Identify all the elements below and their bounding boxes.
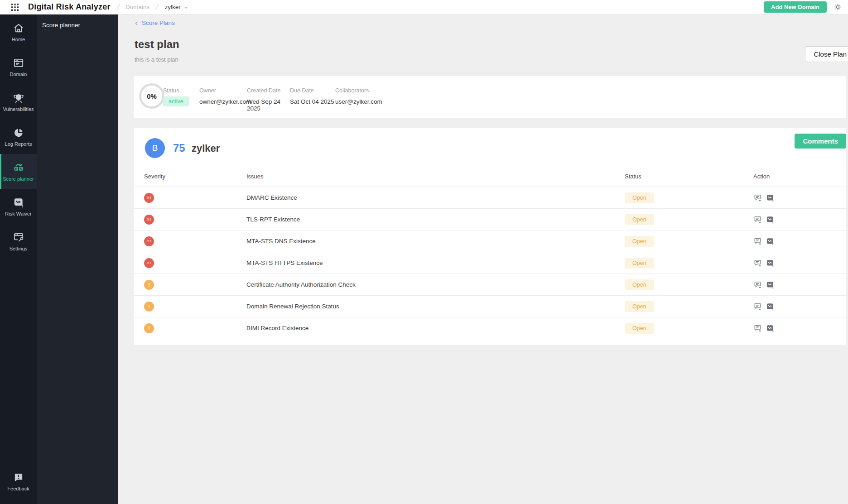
back-to-score-plans-link[interactable]: Score Plans: [134, 19, 175, 26]
table-row[interactable]: ! BIMI Record Existence Open: [134, 317, 846, 339]
sidebar-item-domain[interactable]: Domain: [0, 49, 37, 84]
gear-icon[interactable]: [833, 2, 843, 12]
progress-ring: 0%: [139, 83, 164, 109]
sidebar-item-label: Log Reports: [5, 142, 32, 147]
plan-title: test plan: [135, 38, 179, 51]
domain-issues-card: B 75 zylker Comments Severity Issues Sta…: [134, 128, 846, 345]
status-badge: Open: [625, 279, 654, 290]
col-header-action: Action: [753, 173, 846, 187]
sidebar-item-settings[interactable]: Settings: [0, 224, 37, 259]
risk-waiver-action-icon[interactable]: [766, 324, 775, 333]
field-status: Status active: [163, 87, 199, 112]
risk-waiver-action-icon[interactable]: [766, 259, 775, 268]
sidebar-item-label: Feedback: [7, 486, 29, 491]
issue-name: TLS-RPT Existence: [246, 216, 625, 223]
severity-icon: !: [144, 323, 154, 333]
status-badge: Open: [625, 192, 654, 203]
domain-name: zylker: [192, 143, 220, 154]
secondary-sidebar-title[interactable]: Score planner: [42, 22, 80, 29]
sidebar-item-label: Settings: [10, 246, 28, 251]
sidebar-item-vulnerabilities[interactable]: Vulnerabilities: [0, 84, 37, 119]
sidebar-item-label: Vulnerabilities: [3, 107, 34, 112]
severity-icon: !: [144, 280, 154, 290]
comments-button[interactable]: Comments: [795, 134, 846, 149]
sidebar-item-home[interactable]: Home: [0, 14, 37, 49]
risk-waiver-action-icon[interactable]: [766, 280, 775, 289]
main-sidebar: Home Domain Vulnerabilities: [0, 14, 37, 504]
issue-name: MTA-STS DNS Existence: [246, 238, 625, 245]
settings-icon: [13, 231, 24, 243]
main-content: Score Plans test plan this is a test pla…: [118, 14, 848, 504]
sidebar-item-risk-waiver[interactable]: Risk Waiver: [0, 189, 37, 224]
chevron-down-icon: [183, 5, 188, 10]
secondary-sidebar: Score planner: [37, 14, 118, 504]
sidebar-item-score-planner[interactable]: D A Score planner: [0, 154, 37, 189]
issues-table-header: Severity Issues Status Action: [134, 173, 846, 187]
score-planner-icon: D A: [13, 162, 24, 173]
risk-waiver-icon: [13, 197, 24, 208]
add-comment-icon[interactable]: [753, 324, 762, 333]
add-comment-icon[interactable]: [753, 259, 762, 268]
sidebar-item-log-reports[interactable]: Log Reports: [0, 119, 37, 154]
field-collaborators: Collaborators user@zylker.com: [335, 87, 382, 112]
add-comment-icon[interactable]: [753, 302, 762, 311]
svg-text:D: D: [15, 167, 17, 170]
home-icon: [13, 22, 24, 34]
table-row[interactable]: !!! MTA-STS HTTPS Existence Open: [134, 252, 846, 274]
table-row[interactable]: !!! DMARC Existence Open: [134, 187, 846, 209]
breadcrumb-domains[interactable]: Domains: [125, 4, 149, 10]
close-plan-button[interactable]: Close Plan: [805, 46, 848, 62]
risk-waiver-action-icon[interactable]: [766, 237, 775, 246]
vulnerabilities-icon: [13, 92, 24, 104]
back-link-label: Score Plans: [142, 19, 175, 26]
field-created-date: Created Date Wed Sep 24 2025: [247, 87, 290, 112]
breadcrumb-divider: /: [155, 2, 159, 12]
add-comment-icon[interactable]: [753, 280, 762, 289]
risk-waiver-action-icon[interactable]: [766, 302, 775, 311]
top-bar: Digital Risk Analyzer / Domains / zylker…: [0, 0, 848, 14]
status-active-badge: active: [163, 96, 189, 106]
progress-value: 0%: [147, 92, 157, 100]
domain-avatar: B: [145, 138, 165, 158]
plan-description: this is a test plan: [135, 56, 178, 63]
issue-name: DMARC Existence: [246, 194, 625, 201]
table-row[interactable]: !!! TLS-RPT Existence Open: [134, 209, 846, 230]
status-badge: Open: [625, 323, 654, 334]
col-header-status: Status: [625, 173, 753, 187]
domain-icon: [13, 57, 24, 69]
severity-icon: !!!: [144, 258, 154, 268]
table-row[interactable]: !!! MTA-STS DNS Existence Open: [134, 230, 846, 252]
add-new-domain-button[interactable]: Add New Domain: [764, 1, 827, 13]
sidebar-item-label: Home: [12, 37, 25, 42]
status-badge: Open: [625, 258, 654, 269]
col-header-severity: Severity: [144, 173, 246, 187]
table-row[interactable]: ! Domain Renewal Rejection Status Open: [134, 296, 846, 317]
col-header-issues: Issues: [246, 173, 625, 187]
add-comment-icon[interactable]: [753, 193, 762, 202]
domain-score: 75: [173, 142, 185, 154]
breadcrumb-divider: /: [116, 2, 120, 12]
app-window: Digital Risk Analyzer / Domains / zylker…: [0, 0, 848, 504]
risk-waiver-action-icon[interactable]: [766, 215, 775, 224]
table-row[interactable]: ! Certificate Authority Authorization Ch…: [134, 274, 846, 296]
plan-summary-card: 0% Status active Owner owner@zylker.com …: [134, 76, 846, 118]
app-launcher-icon[interactable]: [11, 3, 19, 11]
severity-icon: !!!: [144, 215, 154, 225]
issue-name: MTA-STS HTTPS Existence: [246, 259, 625, 266]
domain-selector[interactable]: zylker: [164, 4, 188, 10]
risk-waiver-action-icon[interactable]: [766, 193, 775, 202]
domain-selector-label: zylker: [164, 4, 180, 10]
issue-name: BIMI Record Existence: [246, 325, 625, 331]
chevron-left-icon: [134, 20, 140, 26]
severity-icon: !!!: [144, 193, 154, 203]
status-badge: Open: [625, 214, 654, 225]
feedback-icon: [13, 471, 24, 483]
svg-text:A: A: [20, 167, 22, 170]
add-comment-icon[interactable]: [753, 237, 762, 246]
status-badge: Open: [625, 236, 654, 247]
sidebar-item-label: Risk Waiver: [5, 211, 31, 216]
severity-icon: !!!: [144, 236, 154, 246]
sidebar-item-feedback[interactable]: Feedback: [0, 464, 37, 499]
log-reports-icon: [13, 127, 24, 139]
add-comment-icon[interactable]: [753, 215, 762, 224]
